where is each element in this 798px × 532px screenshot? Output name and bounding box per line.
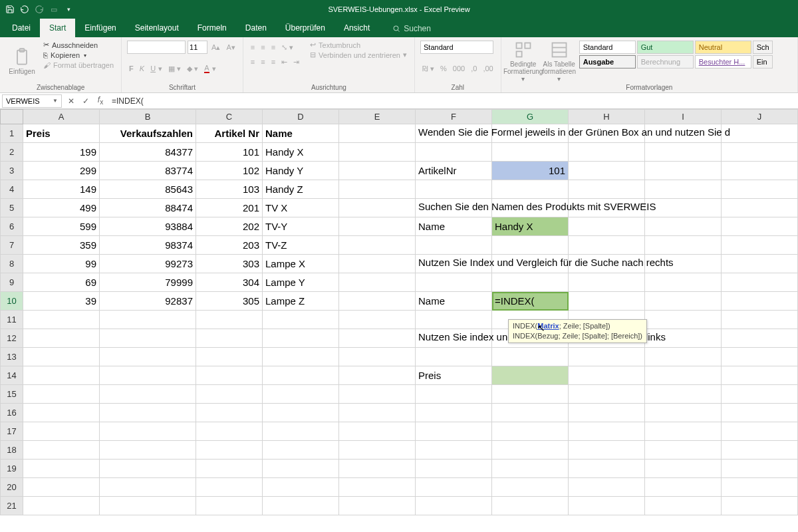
- tab-layout[interactable]: Seitenlayout: [126, 19, 188, 37]
- cell-E13[interactable]: [339, 348, 416, 366]
- cell-F17[interactable]: [416, 422, 492, 441]
- cell-F9[interactable]: [416, 273, 492, 292]
- tab-formulas[interactable]: Formeln: [188, 19, 236, 37]
- cell-B15[interactable]: [100, 385, 196, 404]
- cell-E9[interactable]: [339, 273, 416, 292]
- cell-A15[interactable]: [23, 385, 100, 404]
- cell-G18[interactable]: [492, 441, 569, 460]
- wrap-text-button[interactable]: ↩Textumbruch: [308, 40, 409, 50]
- undo-icon[interactable]: [20, 5, 29, 14]
- style-sch[interactable]: Sch: [753, 41, 773, 54]
- cell-B3[interactable]: 83774: [100, 162, 196, 180]
- cell-J16[interactable]: [722, 404, 798, 422]
- cell-E4[interactable]: [339, 180, 416, 199]
- cell-B19[interactable]: [100, 460, 196, 478]
- cell-D13[interactable]: [263, 348, 339, 366]
- bold-button[interactable]: F: [127, 64, 136, 73]
- cell-J15[interactable]: [722, 385, 798, 404]
- thousands-icon[interactable]: 000: [451, 64, 467, 73]
- camera-icon[interactable]: ▭: [49, 5, 59, 14]
- cell-I9[interactable]: [645, 273, 722, 292]
- row-header-14[interactable]: 14: [1, 366, 23, 385]
- cell-I15[interactable]: [645, 385, 722, 404]
- cell-B17[interactable]: [100, 422, 196, 441]
- cell-H14[interactable]: [569, 366, 645, 385]
- col-header-E[interactable]: E: [339, 110, 416, 124]
- font-color-button[interactable]: A ▾: [202, 63, 217, 74]
- cell-I11[interactable]: [645, 311, 722, 329]
- cell-F15[interactable]: [416, 385, 492, 404]
- copy-button[interactable]: ⎘Kopieren▾: [41, 51, 116, 60]
- cell-C17[interactable]: [196, 422, 263, 441]
- cell-C15[interactable]: [196, 385, 263, 404]
- cell-A17[interactable]: [23, 422, 100, 441]
- spreadsheet-grid[interactable]: ABCDEFGHIJ1PreisVerkaufszahlenArtikel Nr…: [0, 109, 798, 515]
- fill-color-button[interactable]: ◆ ▾: [185, 64, 200, 74]
- row-header-9[interactable]: 9: [1, 273, 23, 292]
- cell-C8[interactable]: 303: [196, 255, 263, 273]
- tab-review[interactable]: Überprüfen: [276, 19, 334, 37]
- indent-dec-icon[interactable]: ⇤: [279, 57, 289, 67]
- cell-F19[interactable]: [416, 460, 492, 478]
- cell-I16[interactable]: [645, 404, 722, 422]
- cell-F7[interactable]: [416, 236, 492, 255]
- cell-A12[interactable]: [23, 329, 100, 348]
- cell-G6[interactable]: Handy X: [492, 217, 569, 236]
- cell-J20[interactable]: [722, 478, 798, 497]
- cell-B9[interactable]: 79999: [100, 273, 196, 292]
- paste-button[interactable]: Einfügen: [5, 40, 39, 82]
- col-header-H[interactable]: H: [569, 110, 645, 124]
- cell-F16[interactable]: [416, 404, 492, 422]
- cell-F2[interactable]: [416, 143, 492, 162]
- col-header-F[interactable]: F: [416, 110, 492, 124]
- cell-B12[interactable]: [100, 329, 196, 348]
- style-standard[interactable]: Standard: [579, 41, 636, 54]
- name-box[interactable]: VERWEIS ▼: [2, 94, 62, 108]
- cell-F3[interactable]: ArtikelNr: [416, 162, 492, 180]
- row-header-5[interactable]: 5: [1, 199, 23, 217]
- cell-F8[interactable]: Nutzen Sie Index und Vergleich für die S…: [416, 255, 492, 273]
- cell-E14[interactable]: [339, 366, 416, 385]
- row-header-1[interactable]: 1: [1, 124, 23, 143]
- font-size-combo[interactable]: [188, 41, 207, 54]
- row-header-17[interactable]: 17: [1, 422, 23, 441]
- cell-G2[interactable]: [492, 143, 569, 162]
- cell-J1[interactable]: [722, 124, 798, 143]
- cell-H18[interactable]: [569, 441, 645, 460]
- cell-I19[interactable]: [645, 460, 722, 478]
- cell-styles-gallery[interactable]: Standard Gut Neutral Sch Ausgabe Berechn…: [579, 40, 773, 82]
- cell-A9[interactable]: 69: [23, 273, 100, 292]
- cell-J4[interactable]: [722, 180, 798, 199]
- tab-start[interactable]: Start: [40, 19, 75, 37]
- cell-J11[interactable]: [722, 311, 798, 329]
- cell-E3[interactable]: [339, 162, 416, 180]
- cell-D4[interactable]: Handy Z: [263, 180, 339, 199]
- cell-G14[interactable]: [492, 366, 569, 385]
- cell-D9[interactable]: Lampe Y: [263, 273, 339, 292]
- cell-C20[interactable]: [196, 478, 263, 497]
- cell-B10[interactable]: 92837: [100, 292, 196, 311]
- cell-C2[interactable]: 101: [196, 143, 263, 162]
- cell-B1[interactable]: Verkaufszahlen: [100, 124, 196, 143]
- cell-E11[interactable]: [339, 311, 416, 329]
- cell-D5[interactable]: TV X: [263, 199, 339, 217]
- cell-A2[interactable]: 199: [23, 143, 100, 162]
- cell-A16[interactable]: [23, 404, 100, 422]
- cell-B2[interactable]: 84377: [100, 143, 196, 162]
- orientation-icon[interactable]: ⤡ ▾: [279, 43, 295, 53]
- cell-D19[interactable]: [263, 460, 339, 478]
- row-header-13[interactable]: 13: [1, 348, 23, 366]
- cell-J13[interactable]: [722, 348, 798, 366]
- cell-E12[interactable]: [339, 329, 416, 348]
- cell-C5[interactable]: 201: [196, 199, 263, 217]
- align-right-icon[interactable]: ≡: [269, 57, 277, 66]
- cell-C11[interactable]: [196, 311, 263, 329]
- cell-F4[interactable]: [416, 180, 492, 199]
- cell-D14[interactable]: [263, 366, 339, 385]
- cell-G19[interactable]: [492, 460, 569, 478]
- cell-D21[interactable]: [263, 497, 339, 515]
- cell-H3[interactable]: [569, 162, 645, 180]
- cell-A1[interactable]: Preis: [23, 124, 100, 143]
- cell-B18[interactable]: [100, 441, 196, 460]
- cell-I5[interactable]: [645, 199, 722, 217]
